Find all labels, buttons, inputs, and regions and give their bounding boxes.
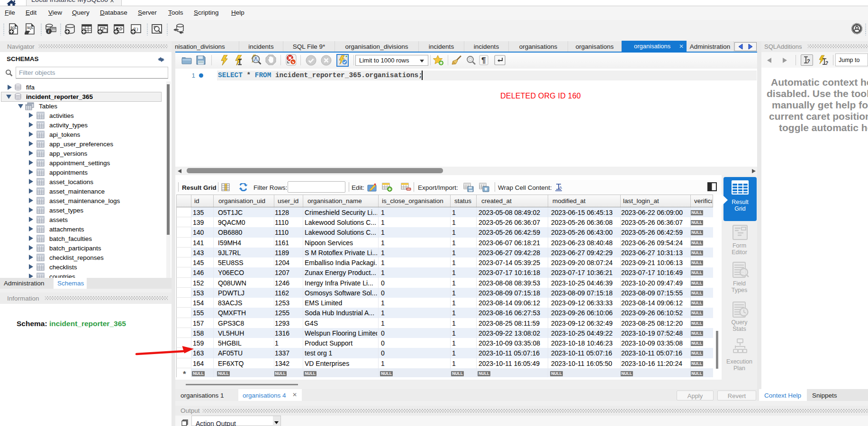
svg-text:SQL: SQL [27,26,33,30]
svg-text:?: ? [825,61,828,66]
svg-text:A: A [559,185,562,190]
svg-text:?: ? [807,58,810,64]
svg-text:¶: ¶ [481,56,486,65]
